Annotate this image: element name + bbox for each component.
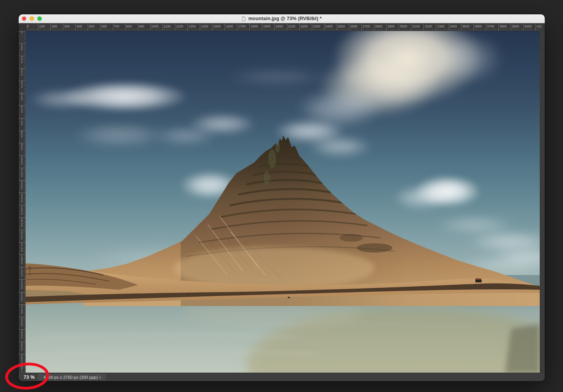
- minimize-icon: [29, 16, 34, 21]
- desktop-background: { "titlebar": { "title": "mountain.jpg @…: [0, 0, 563, 392]
- document-info-field[interactable]: 4134 px x 2760 px (300 ppp) ›: [38, 374, 106, 380]
- window-title: mountain.jpg @ 73% (RVB/8#) *: [248, 16, 321, 21]
- ruler-vertical-labels[interactable]: 01 0 02 0 03 0 04 0 05 0 06 0 07 0 08 0 …: [19, 31, 26, 373]
- modified-dot-icon: [23, 18, 25, 19]
- app-window: mountain.jpg @ 73% (RVB/8#) * 0100200300…: [19, 14, 545, 381]
- window-body: 0100200300400500600700800900100011001200…: [19, 23, 545, 381]
- document-proxy-icon: [242, 16, 246, 21]
- zoom-level-value: 73 %: [24, 375, 35, 380]
- title-group: mountain.jpg @ 73% (RVB/8#) *: [242, 16, 321, 21]
- statusbar: 73 % 4134 px x 2760 px (300 ppp) ›: [19, 373, 545, 381]
- titlebar[interactable]: mountain.jpg @ 73% (RVB/8#) *: [19, 14, 545, 23]
- zoom-level-field[interactable]: 73 %: [24, 373, 35, 381]
- pasteboard-strip: [540, 31, 545, 373]
- ruler-horizontal-labels: 0100200300400500600700800900100011001200…: [26, 23, 542, 31]
- terrain-graphic: [26, 31, 540, 373]
- close-button[interactable]: [22, 16, 26, 21]
- document-dimensions: 4134 px x 2760 px (300 ppp): [38, 375, 98, 380]
- traffic-lights: [22, 16, 42, 21]
- buoy: [288, 297, 290, 298]
- chevron-right-icon[interactable]: ›: [99, 375, 106, 380]
- ruler-corner[interactable]: [19, 23, 26, 31]
- zoom-icon: [37, 16, 41, 21]
- zoom-button[interactable]: [37, 16, 42, 21]
- document-canvas[interactable]: [26, 31, 540, 373]
- ruler-horizontal[interactable]: 0100200300400500600700800900100011001200…: [19, 23, 545, 31]
- minimize-button[interactable]: [29, 16, 34, 21]
